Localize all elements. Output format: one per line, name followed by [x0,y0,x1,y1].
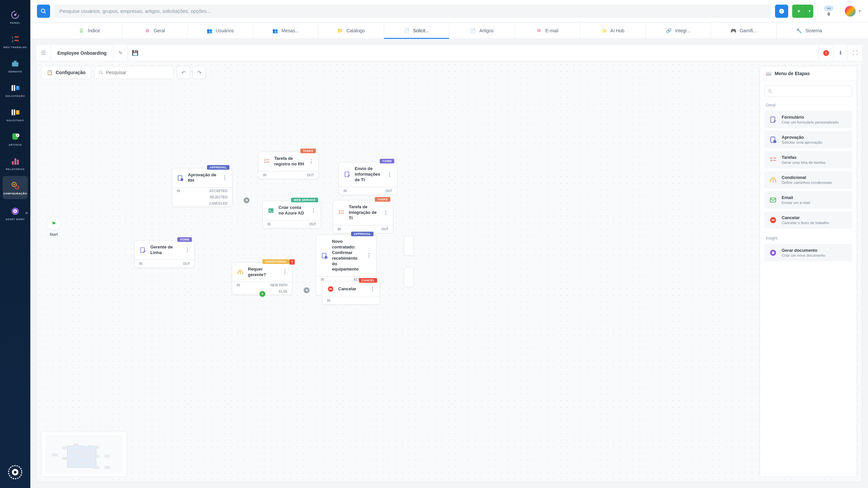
canvas-search-input[interactable] [106,70,169,75]
glasses-icon: 👓 [824,6,833,11]
step-condicional[interactable]: CondicionalDefinir caminhos condicionais [765,171,852,189]
node-aprovacao-rh[interactable]: APPROVAL Aprovação de RH ⋮ INACCEPTED RE… [172,168,232,207]
step-cancelar[interactable]: CancelarCancelar o fluxo de trabalho [765,211,852,229]
nav-gerente[interactable]: GERENTE [3,54,28,77]
node-gerente-linha[interactable]: FORM Gerente de Linha ⋮ INOUT [134,240,195,268]
tab-catalogo[interactable]: 📁Catálogo [318,23,384,38]
search-button[interactable] [37,5,50,18]
tab-solicitacoes[interactable]: 📄Solicit... [384,23,449,38]
expand-icon: ⛶ [852,50,858,56]
node-envio-info-ti[interactable]: FORM Envio de informações de TI ⋮ INOUT [339,162,397,195]
svg-point-52 [772,252,774,254]
error-badge-icon: ! [823,50,829,56]
database-icon: i [10,131,21,142]
save-button[interactable]: 💾 [128,45,143,61]
step-gerar-documento[interactable]: Gerar documentoCriar um novo documento [765,244,852,261]
user-menu[interactable]: ▼ [844,5,861,17]
node-menu-button[interactable]: ⋮ [222,175,227,181]
chevron-down-icon: ▼ [808,9,811,13]
node-tarefa-registro-rh[interactable]: TASKS Tarefa de registro no RH ⋮ INOUT [258,152,319,179]
conditional-icon [237,268,244,276]
node-start[interactable]: ⚑ Start [46,216,61,231]
approval-icon [177,174,184,182]
node-requer-gerente[interactable]: CONDITIONAL ! Requer gerente? ⋮ INNEW PA… [232,262,292,295]
list-icon: 12 [10,34,21,44]
document-icon [769,249,777,257]
nav-solicitado[interactable]: ! SOLICITADO [3,103,28,126]
glasses-counter[interactable]: 👓 0 [822,6,836,17]
errors-button[interactable]: ! [818,45,833,61]
avatar-icon [844,5,856,17]
nav-painel[interactable]: PAINEL [3,5,28,28]
svg-rect-11 [11,109,13,115]
badge-approval: APPROVAL [351,232,373,236]
undo-button[interactable]: ↶ [177,66,190,79]
steps-search[interactable] [765,86,852,97]
download-button[interactable]: ⬇ [833,45,847,61]
node-menu-button[interactable]: ⋮ [370,286,375,292]
node-partial[interactable] [404,267,414,287]
list-icon: ☰ [79,28,84,34]
create-dropdown-button[interactable]: ▼ [805,5,813,18]
step-aprovacao[interactable]: AprovaçãoSolicitar uma aprovação [765,131,852,148]
nav-relatorios[interactable]: RELATÓRIOS [3,152,28,175]
node-menu-button[interactable]: ⋮ [309,158,314,164]
nav-artigos[interactable]: i ARTIGOS [3,127,28,150]
add-path-button[interactable]: + [259,291,266,297]
badge-approval: APPROVAL [207,165,229,170]
node-menu-button[interactable]: ⋮ [383,209,388,216]
alert-button[interactable]: ! [775,5,788,18]
tab-indice[interactable]: ☰Índice [57,23,122,38]
steps-search-input[interactable] [772,89,848,94]
save-icon: 💾 [132,50,138,56]
workflow-canvas[interactable]: ⚑ Start FORM Gerente de Linha ⋮ INOUT AP… [37,61,862,482]
svg-rect-50 [771,220,774,221]
svg-point-44 [769,90,771,92]
step-tarefas[interactable]: TarefasGerar uma lista de tarefas [765,151,852,168]
node-menu-button[interactable]: ⋮ [311,207,316,214]
node-cancelar[interactable]: CANCEL Cancelar ⋮ IN [322,281,380,305]
tab-integracoes[interactable]: 🔗Integr... [646,23,711,38]
tasks-icon [338,209,345,216]
config-button[interactable]: 📋 Configuração [41,66,91,79]
step-formulario[interactable]: FormulárioCriar um formulário personaliz… [765,111,852,128]
tab-email[interactable]: ✉E-mail [515,23,580,38]
fullscreen-button[interactable]: ⛶ [847,45,862,61]
tab-mesas[interactable]: 👥Mesas... [253,23,318,38]
minimap[interactable] [41,431,127,477]
node-menu-button[interactable]: ⋮ [366,252,372,259]
svg-point-37 [181,178,183,181]
node-partial[interactable] [404,236,414,256]
node-tarefa-integracao-ti[interactable]: TASKS Tarefa de integração de TI ⋮ INOUT [333,200,393,233]
edit-button[interactable]: ✎ [114,45,128,61]
tab-aihub[interactable]: ✨AI Hub [580,23,646,38]
tab-usuarios[interactable]: 👥Usuários [187,23,253,38]
svg-point-31 [41,9,45,12]
redo-button[interactable]: ↷ [192,66,206,79]
svg-text:!: ! [17,86,18,90]
tab-sistema[interactable]: 🔧Sistema [776,23,842,38]
global-search-input[interactable] [54,5,771,18]
chart-icon [10,156,21,166]
node-menu-button[interactable]: ⋮ [387,171,392,177]
node-menu-button[interactable]: ⋮ [282,269,287,275]
chevron-down-icon: ▼ [858,9,861,13]
nav-trabalho[interactable]: 12 MEU TRABALHO [3,30,28,53]
tab-geral[interactable]: ⚙Geral [122,23,188,38]
nav-solicitacao[interactable]: ! SOLICITAÇÃO [3,78,28,101]
canvas-search[interactable] [94,66,174,79]
terminal-icon [267,207,275,214]
approval-icon [769,136,777,144]
step-email[interactable]: EmailEnviar um e-mail [765,191,852,208]
nav-asset-mgmt[interactable]: ASSET MGMT ▶ [3,202,28,225]
tab-artigos[interactable]: 📄Artigos [449,23,515,38]
node-menu-button[interactable]: ⋮ [185,247,190,253]
create-button[interactable]: + [792,5,805,18]
svg-text:!: ! [781,9,783,13]
hamburger-button[interactable]: ☰ [36,45,51,61]
node-criar-conta-azure[interactable]: WEB SERVICE Criar conta no Azure AD ⋮ IN… [262,201,321,228]
nav-configuracao[interactable]: CONFIGURAÇÃO [3,176,28,199]
node-error-badge[interactable]: ! [289,259,295,265]
tab-gamificacao[interactable]: 🎮Gamifi... [711,23,776,38]
mail-icon: ✉ [536,28,542,34]
